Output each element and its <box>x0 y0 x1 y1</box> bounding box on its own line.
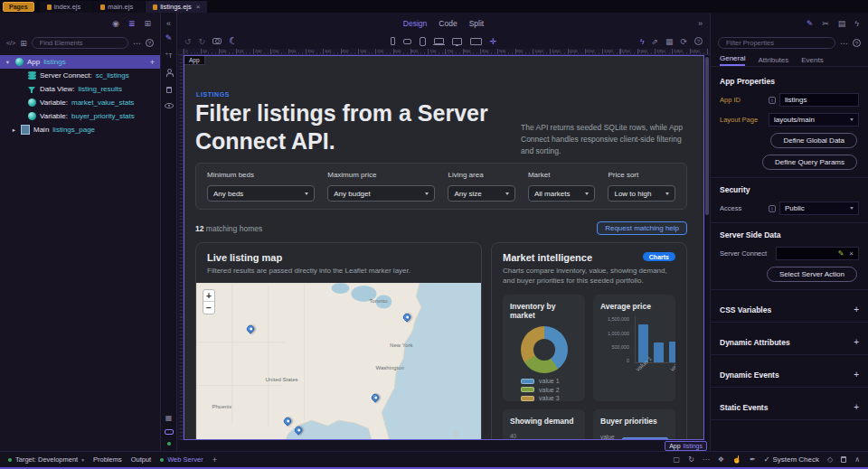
collapse-statusbar-icon[interactable]: ∧ <box>854 456 860 464</box>
view-mode-tab[interactable]: Design <box>403 19 427 28</box>
properties-tab[interactable]: Attributes <box>758 56 788 66</box>
tree-item[interactable]: Variable: buyer_priority_stats <box>0 109 160 123</box>
detach-icon[interactable]: ✂ <box>822 19 829 28</box>
map-zoom-out-button[interactable]: − <box>203 302 214 314</box>
define-data-button[interactable]: Define Query Params <box>762 155 857 170</box>
filter-select[interactable]: Any size <box>448 185 515 202</box>
tree-item[interactable]: ▸ Main listings_page <box>0 123 160 136</box>
delete-element-icon[interactable] <box>166 87 172 93</box>
desktop-icon[interactable] <box>452 38 462 45</box>
visibility-icon[interactable] <box>165 103 174 108</box>
system-check-button[interactable]: ✓ System Check <box>764 455 819 464</box>
clean-cache-icon[interactable]: ◇ <box>827 456 833 464</box>
share-nodes-icon[interactable]: ❖ <box>718 456 724 464</box>
panel-section-toggle[interactable]: CSS Variables + <box>720 297 859 322</box>
edit-element-icon[interactable]: ✎ <box>165 34 173 42</box>
phone-portrait-icon[interactable] <box>391 37 395 45</box>
more-options-icon[interactable]: ⋯ <box>133 39 141 48</box>
find-elements-input[interactable] <box>32 37 128 49</box>
tree-item[interactable]: Variable: market_value_stats <box>0 96 160 109</box>
app-id-input[interactable] <box>779 93 859 107</box>
dock-panel-icon[interactable]: ▤ <box>838 19 846 28</box>
server-connect-field[interactable]: ✎ × <box>776 247 859 260</box>
ai-assistant-icon[interactable]: ◉ <box>112 19 119 28</box>
file-tab[interactable]: listings.ejs × <box>146 1 207 13</box>
target-selector[interactable]: Target: Development ▾ <box>8 455 84 464</box>
select-server-action-button[interactable]: Select Server Action <box>767 267 857 282</box>
map-zoom-in-button[interactable]: + <box>203 290 214 302</box>
scrollbar-thumb[interactable] <box>705 57 709 215</box>
selected-element-tag[interactable]: App <box>184 56 205 65</box>
grid-toggle-icon[interactable]: ▦ <box>165 414 173 422</box>
more-options-icon[interactable]: ⋯ <box>840 39 848 48</box>
tree-item[interactable]: Data View: listing_results <box>0 82 160 96</box>
help-icon[interactable]: ? <box>146 39 154 47</box>
filter-select[interactable]: All markets <box>528 185 596 202</box>
close-tab-icon[interactable]: × <box>196 3 201 11</box>
tree-item[interactable]: Server Connect: sc_listings <box>0 69 160 82</box>
pages-button[interactable]: Pages <box>3 2 34 12</box>
panel-section-toggle[interactable]: Dynamic Attributes + <box>720 330 859 354</box>
tree-item[interactable]: ▾ App listings + <box>0 55 160 69</box>
selected-element-breadcrumb[interactable]: App listings <box>665 441 707 451</box>
layout-page-select[interactable]: layouts/main <box>769 113 859 127</box>
free-resize-icon[interactable]: ✛ <box>490 37 497 46</box>
code-view-icon[interactable]: </> <box>6 40 15 46</box>
dom-tree-icon[interactable]: ⊞ <box>144 19 151 28</box>
dynamic-actions-icon[interactable]: ϟ <box>854 19 859 28</box>
selection-mode-icon[interactable]: ▢ <box>674 456 681 464</box>
laptop-icon[interactable] <box>434 38 444 44</box>
file-tab[interactable]: index.ejs <box>40 1 93 13</box>
phone-landscape-icon[interactable] <box>403 39 411 44</box>
collapse-panel-icon[interactable]: « <box>166 20 171 28</box>
add-panel-icon[interactable]: + <box>212 455 217 464</box>
access-select[interactable]: Public <box>779 202 859 215</box>
app-structure-icon[interactable]: ≣ <box>128 19 136 28</box>
problems-button[interactable]: Problems <box>93 455 122 464</box>
edit-properties-icon[interactable]: ✎ <box>807 19 814 28</box>
theme-brush-icon[interactable]: ✒ <box>750 456 756 464</box>
help-icon[interactable]: ? <box>853 39 861 47</box>
clear-server-action-icon[interactable]: × <box>849 249 854 258</box>
horizontal-ruler: 0501001502002503003504004505005506006507… <box>184 49 710 55</box>
filter-select[interactable]: Any budget <box>327 185 435 202</box>
filter-properties-input[interactable] <box>718 37 835 49</box>
properties-tab[interactable]: Events <box>801 56 823 66</box>
inventory-by-market-tile: Inventory by market value 1 <box>503 295 585 401</box>
expand-section-icon[interactable]: + <box>854 370 859 380</box>
view-mode-tab[interactable]: Split <box>469 19 485 28</box>
panel-section-toggle[interactable]: Dynamic Events + <box>720 362 859 387</box>
large-screen-icon[interactable] <box>470 38 482 45</box>
tree-view-icon[interactable]: ⊞ <box>20 39 27 48</box>
properties-panel: ✎ ✂ ▤ ϟ ⋯ ? GeneralAttributesEvents App … <box>710 13 868 451</box>
insert-text-icon[interactable]: ⁺T <box>165 52 173 59</box>
design-canvas[interactable]: App LISTINGS Filter listings from a Serv… <box>184 55 704 440</box>
filter-select[interactable]: Low to high <box>608 185 675 202</box>
add-child-icon[interactable]: + <box>150 58 155 67</box>
panel-section-toggle[interactable]: Static Events + <box>720 395 859 419</box>
container-outline-icon[interactable] <box>165 429 174 435</box>
output-button[interactable]: Output <box>131 455 152 464</box>
expand-section-icon[interactable]: + <box>854 402 859 412</box>
canvas-scrollbar[interactable] <box>704 55 710 440</box>
properties-tab[interactable]: General <box>720 54 745 66</box>
more-options-icon[interactable]: ⋯ <box>703 456 710 464</box>
define-data-button[interactable]: Define Global Data <box>770 133 857 148</box>
trash-icon[interactable] <box>841 456 846 463</box>
request-matching-help-button[interactable]: Request matching help <box>597 221 687 235</box>
tablet-icon[interactable] <box>420 37 426 46</box>
web-server-button[interactable]: Web Server <box>160 455 203 464</box>
sync-icon[interactable]: ↻ <box>688 456 694 464</box>
accessibility-icon[interactable] <box>165 69 173 77</box>
access-label: Access <box>720 204 765 212</box>
tree-chevron-icon[interactable]: ▸ <box>11 127 17 134</box>
edit-server-action-icon[interactable]: ✎ <box>838 249 844 258</box>
file-tab[interactable]: main.ejs <box>93 1 145 13</box>
expand-section-icon[interactable]: + <box>854 337 859 347</box>
filter-select[interactable]: Any beds <box>207 185 315 202</box>
tree-chevron-icon[interactable]: ▾ <box>5 59 11 66</box>
leaflet-map[interactable]: + − TorontoNew YorkWashingtonUnited Stat… <box>196 283 481 440</box>
expand-section-icon[interactable]: + <box>854 305 859 314</box>
view-mode-tab[interactable]: Code <box>439 19 457 28</box>
feedback-icon[interactable]: ☝ <box>732 456 741 464</box>
